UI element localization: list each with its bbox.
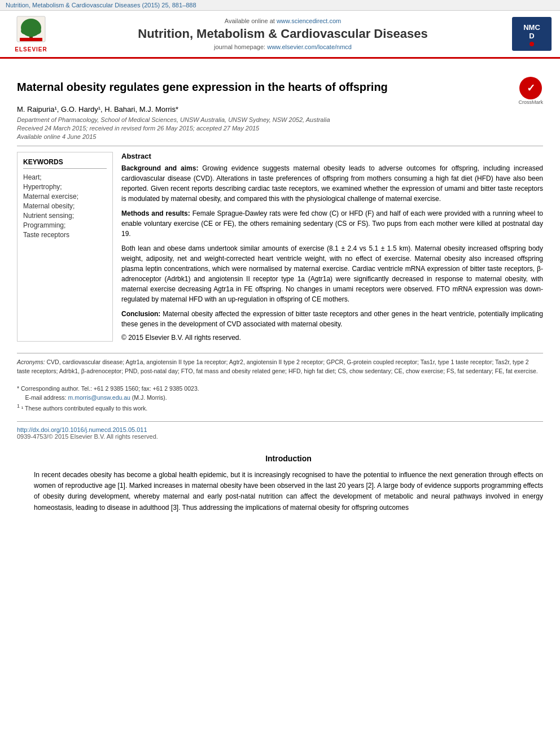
journal-citation-bar: Nutrition, Metabolism & Cardiovascular D… (0, 0, 560, 11)
elsevier-logo: ELSEVIER (6, 15, 56, 53)
abstract-panel: Abstract Background and aims: Growing ev… (121, 152, 543, 342)
svg-rect-5 (20, 38, 42, 41)
journal-homepage-link[interactable]: www.elsevier.com/locate/nmcd (267, 43, 352, 50)
keyword-7: Taste receptors (23, 231, 107, 239)
equal-contrib-note: ¹ These authors contributed equally to t… (21, 404, 147, 411)
elsevier-label: ELSEVIER (15, 46, 47, 53)
abstract-label: Abstract (121, 152, 543, 160)
introduction-title: Introduction (34, 454, 543, 463)
abstract-paragraph2: Both lean and obese dams undertook simil… (121, 243, 543, 304)
available-online-text: Available online at www.sciencedirect.co… (56, 18, 509, 24)
journal-title-area: Available online at www.sciencedirect.co… (56, 18, 509, 50)
abstract-methods: Methods and results: Female Sprague-Dawl… (121, 208, 543, 239)
email-label: E-mail address: (25, 394, 67, 401)
keyword-3: Maternal exercise; (23, 193, 107, 200)
nmcd-logo-icon: NMC D (515, 19, 549, 50)
journal-citation-text: Nutrition, Metabolism & Cardiovascular D… (6, 2, 196, 8)
journal-header: ELSEVIER Available online at www.science… (0, 11, 560, 59)
keyword-4: Maternal obesity; (23, 202, 107, 210)
crossmark-badge-area: ✓ CrossMark (518, 77, 543, 105)
acronyms-text: CVD, cardiovascular disease; Agtr1a, ang… (17, 359, 538, 374)
introduction-section: Introduction In recent decades obesity h… (17, 454, 543, 513)
authors-text: M. Raipuria¹, G.O. Hardy¹, H. Bahari, M.… (17, 105, 178, 113)
conclusion-label: Conclusion: (121, 310, 160, 318)
introduction-text: In recent decades obesity has become a g… (34, 470, 543, 513)
svg-text:D: D (529, 32, 534, 40)
abstract-conclusion: Conclusion: Maternal obesity affected th… (121, 309, 543, 329)
footer-notes: Acronyms: CVD, cardiovascular disease; A… (17, 353, 543, 413)
sciencedirect-link[interactable]: www.sciencedirect.com (277, 18, 341, 24)
received-dates: Received 24 March 2015; received in revi… (17, 125, 543, 132)
conclusion-text: Maternal obesity affected the expression… (121, 310, 543, 328)
article-title: Maternal obesity regulates gene expressi… (17, 80, 513, 94)
email-suffix: (M.J. Morris). (132, 394, 167, 401)
keywords-panel: KEYWORDS Heart; Hypertrophy; Maternal ex… (17, 152, 113, 342)
svg-point-4 (32, 28, 41, 34)
keyword-6: Programming; (23, 221, 107, 229)
crossmark-label: CrossMark (518, 99, 543, 105)
doi-link[interactable]: http://dx.doi.org/10.1016/j.numecd.2015.… (17, 426, 147, 433)
journal-main-title: Nutrition, Metabolism & Cardiovascular D… (56, 27, 509, 41)
keyword-2: Hypertrophy; (23, 183, 107, 191)
elsevier-tree-icon (14, 15, 48, 46)
acronyms-label: Acronyms: (17, 359, 45, 365)
svg-point-3 (21, 28, 30, 34)
background-label: Background and aims: (121, 164, 198, 172)
authors-line: M. Raipuria¹, G.O. Hardy¹, H. Bahari, M.… (17, 105, 543, 113)
svg-point-9 (530, 42, 534, 46)
author-email-link[interactable]: m.morris@unsw.edu.au (68, 394, 130, 401)
affiliation-line: Department of Pharmacology, School of Me… (17, 116, 543, 123)
copyright-text: © 2015 Elsevier B.V. All rights reserved… (121, 334, 543, 342)
issn-text: 0939-4753/© 2015 Elsevier B.V. All right… (17, 433, 158, 440)
nmcd-logo: NMC D (509, 17, 554, 51)
nmcd-logo-box: NMC D (512, 17, 552, 51)
keywords-title: KEYWORDS (23, 158, 107, 169)
keyword-1: Heart; (23, 173, 107, 181)
available-online-date: Available online 4 June 2015 (17, 133, 543, 140)
methods-label: Methods and results: (121, 209, 190, 217)
journal-homepage: journal homepage: www.elsevier.com/locat… (56, 43, 509, 50)
crossmark-icon: ✓ (519, 77, 542, 99)
corresponding-author: * Corresponding author. Tel.: +61 2 9385… (17, 385, 199, 392)
section-divider (17, 146, 543, 146)
abstract-section: KEYWORDS Heart; Hypertrophy; Maternal ex… (17, 152, 543, 342)
content-area: Maternal obesity regulates gene expressi… (0, 59, 560, 522)
svg-text:NMC: NMC (523, 23, 540, 32)
keyword-5: Nutrient sensing; (23, 212, 107, 220)
doi-section: http://dx.doi.org/10.1016/j.numecd.2015.… (17, 421, 543, 440)
abstract-background: Background and aims: Growing evidence su… (121, 163, 543, 204)
